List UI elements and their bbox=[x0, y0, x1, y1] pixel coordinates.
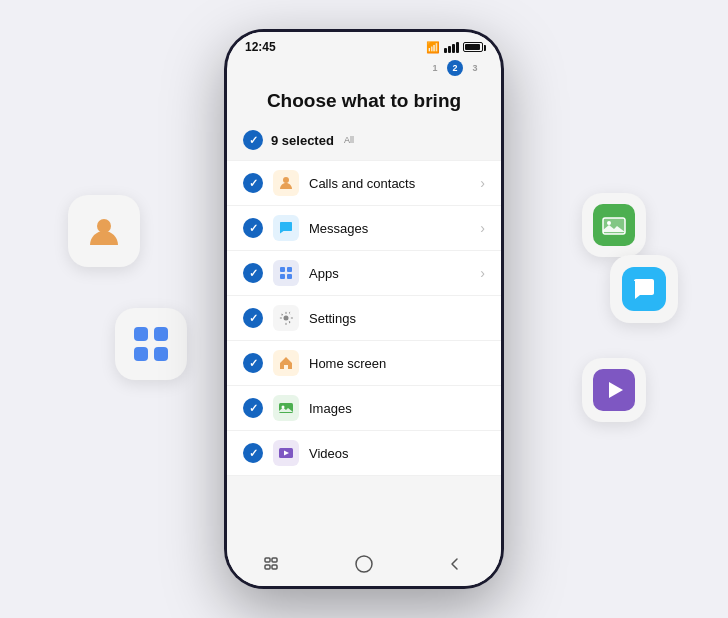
svg-rect-9 bbox=[287, 274, 292, 279]
page-3: 3 bbox=[467, 60, 483, 76]
settings-label: Settings bbox=[309, 311, 485, 326]
apps-chevron: › bbox=[480, 265, 485, 281]
calls-label: Calls and contacts bbox=[309, 176, 470, 191]
status-time: 12:45 bbox=[245, 40, 276, 54]
svg-rect-8 bbox=[280, 274, 285, 279]
svg-rect-15 bbox=[265, 558, 270, 562]
images-check bbox=[243, 398, 263, 418]
list-item-images[interactable]: Images bbox=[227, 386, 501, 431]
settings-check bbox=[243, 308, 263, 328]
list-item-videos[interactable]: Videos bbox=[227, 431, 501, 476]
nav-back[interactable] bbox=[437, 553, 473, 575]
selected-row: 9 selected All bbox=[227, 124, 501, 156]
svg-marker-4 bbox=[609, 382, 623, 398]
svg-point-5 bbox=[283, 177, 289, 183]
list-item-home[interactable]: Home screen bbox=[227, 341, 501, 386]
images-icon bbox=[273, 395, 299, 421]
messages-chevron: › bbox=[480, 220, 485, 236]
list-item-messages[interactable]: Messages › bbox=[227, 206, 501, 251]
battery-icon bbox=[463, 42, 483, 52]
float-person-icon bbox=[68, 195, 140, 267]
videos-icon bbox=[273, 440, 299, 466]
home-label: Home screen bbox=[309, 356, 485, 371]
pagination: 1 2 3 bbox=[227, 58, 501, 80]
page-2: 2 bbox=[447, 60, 463, 76]
page-title: Choose what to bring bbox=[227, 80, 501, 124]
all-check-icon bbox=[243, 130, 263, 150]
svg-rect-6 bbox=[280, 267, 285, 272]
videos-check bbox=[243, 443, 263, 463]
all-label: All bbox=[344, 135, 354, 145]
apps-check bbox=[243, 263, 263, 283]
svg-rect-18 bbox=[272, 565, 277, 569]
list-item-settings[interactable]: Settings bbox=[227, 296, 501, 341]
videos-label: Videos bbox=[309, 446, 485, 461]
wifi-icon: 📶 bbox=[426, 41, 440, 54]
apps-label: Apps bbox=[309, 266, 470, 281]
float-image-icon bbox=[582, 193, 646, 257]
home-check bbox=[243, 353, 263, 373]
selected-count: 9 selected bbox=[271, 133, 334, 148]
list-item-calls[interactable]: Calls and contacts › bbox=[227, 160, 501, 206]
float-play-icon bbox=[582, 358, 646, 422]
status-bar: 12:45 📶 bbox=[227, 32, 501, 58]
messages-check bbox=[243, 218, 263, 238]
images-label: Images bbox=[309, 401, 485, 416]
settings-icon bbox=[273, 305, 299, 331]
svg-point-0 bbox=[97, 219, 111, 233]
svg-point-19 bbox=[356, 556, 372, 572]
list-item-apps[interactable]: Apps › bbox=[227, 251, 501, 296]
nav-home[interactable] bbox=[346, 553, 382, 575]
home-icon bbox=[273, 350, 299, 376]
messages-label: Messages bbox=[309, 221, 470, 236]
svg-point-10 bbox=[284, 316, 289, 321]
page-1: 1 bbox=[427, 60, 443, 76]
float-chat-icon bbox=[610, 255, 678, 323]
calls-chevron: › bbox=[480, 175, 485, 191]
items-list: Calls and contacts › Messages › bbox=[227, 156, 501, 542]
apps-icon bbox=[273, 260, 299, 286]
svg-rect-17 bbox=[265, 565, 270, 569]
bottom-navigation bbox=[227, 542, 501, 586]
nav-recents[interactable] bbox=[255, 553, 291, 575]
calls-check bbox=[243, 173, 263, 193]
status-icons: 📶 bbox=[426, 41, 483, 54]
screen-content: Choose what to bring 9 selected All bbox=[227, 80, 501, 542]
calls-icon bbox=[273, 170, 299, 196]
svg-rect-16 bbox=[272, 558, 277, 562]
signal-icon bbox=[444, 42, 459, 53]
phone-device: 12:45 📶 1 2 3 Choose w bbox=[224, 29, 504, 589]
float-grid-icon bbox=[115, 308, 187, 380]
svg-rect-7 bbox=[287, 267, 292, 272]
messages-icon bbox=[273, 215, 299, 241]
svg-point-3 bbox=[607, 221, 611, 225]
